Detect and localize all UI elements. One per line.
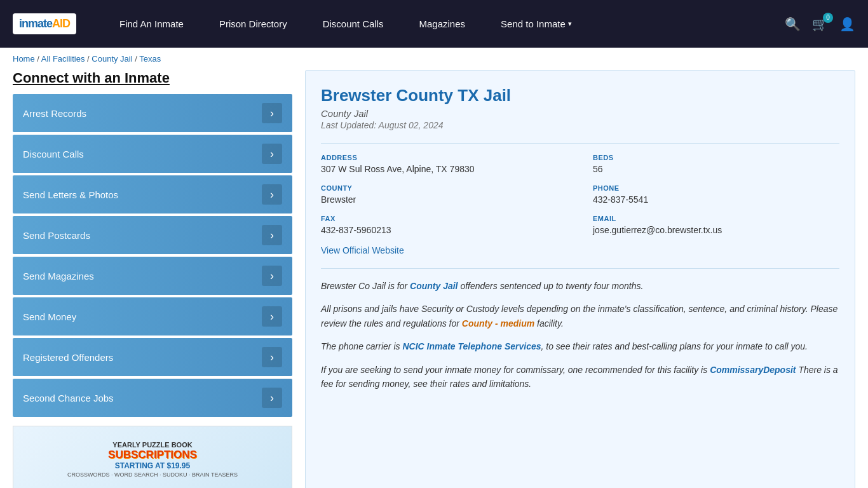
arrow-icon: › <box>262 266 282 286</box>
beds-value: 56 <box>593 164 839 174</box>
cart-icon[interactable]: 🛒 0 <box>812 17 828 32</box>
beds-block: BEDS 56 <box>593 154 839 174</box>
county-value: Brewster <box>321 194 567 205</box>
cart-badge: 0 <box>823 13 833 23</box>
description-section: Brewster Co Jail is for County Jail offe… <box>321 268 839 391</box>
fax-label: FAX <box>321 215 567 222</box>
arrow-icon: › <box>262 184 282 205</box>
caret-icon: ▾ <box>568 20 572 28</box>
arrow-icon: › <box>262 347 282 367</box>
email-value: jose.gutierrez@co.brewster.tx.us <box>593 225 839 235</box>
user-icon[interactable]: 👤 <box>839 17 855 32</box>
ad-content: YEARLY PUZZLE BOOK SUBSCRIPTIONS STARTIN… <box>62 436 243 483</box>
arrow-icon: › <box>262 388 282 408</box>
breadcrumb-county-jail[interactable]: County Jail <box>92 54 132 64</box>
phone-block: PHONE 432-837-5541 <box>593 184 839 205</box>
arrow-icon: › <box>262 225 282 245</box>
sidebar-title: Connect with an Inmate <box>13 70 292 86</box>
sidebar-item-label: Registered Offenders <box>23 352 113 363</box>
county-label: COUNTY <box>321 184 567 192</box>
nav-find-inmate[interactable]: Find An Inmate <box>102 0 201 48</box>
official-website-link[interactable]: View Official Website <box>321 245 404 255</box>
arrow-icon: › <box>262 144 282 164</box>
sidebar-item-label: Send Money <box>23 311 76 322</box>
desc-para-3: The phone carrier is NCIC Inmate Telepho… <box>321 339 839 353</box>
ad-line2: SUBSCRIPTIONS <box>67 449 238 461</box>
page-content: Connect with an Inmate Arrest Records › … <box>0 70 868 488</box>
nav-discount-calls[interactable]: Discount Calls <box>305 0 402 48</box>
ad-line4: CROSSWORDS · WORD SEARCH · SUDOKU · BRAI… <box>67 471 238 478</box>
sidebar-item-label: Send Magazines <box>23 271 94 281</box>
address-block: ADDRESS 307 W Sul Ross Ave, Alpine, TX 7… <box>321 154 567 174</box>
county-block: COUNTY Brewster <box>321 184 567 205</box>
commissary-deposit-link[interactable]: CommissaryDeposit <box>710 365 796 375</box>
sidebar-item-send-magazines[interactable]: Send Magazines › <box>13 257 292 295</box>
desc-para-1: Brewster Co Jail is for County Jail offe… <box>321 279 839 293</box>
sidebar-item-label: Second Chance Jobs <box>23 393 114 403</box>
nav-magazines[interactable]: Magazines <box>402 0 484 48</box>
address-value: 307 W Sul Ross Ave, Alpine, TX 79830 <box>321 164 567 174</box>
sidebar-item-send-postcards[interactable]: Send Postcards › <box>13 216 292 254</box>
sidebar-item-second-chance-jobs[interactable]: Second Chance Jobs › <box>13 379 292 417</box>
info-grid: ADDRESS 307 W Sul Ross Ave, Alpine, TX 7… <box>321 143 839 235</box>
sidebar-item-label: Send Letters & Photos <box>23 189 118 200</box>
nav-prison-directory[interactable]: Prison Directory <box>201 0 305 48</box>
sidebar-item-arrest-records[interactable]: Arrest Records › <box>13 94 292 132</box>
sidebar-item-label: Send Postcards <box>23 230 90 241</box>
phone-label: PHONE <box>593 184 839 192</box>
arrow-icon: › <box>262 103 282 123</box>
breadcrumb: Home / All Facilities / County Jail / Te… <box>0 48 868 70</box>
logo: inmateAID <box>13 13 76 34</box>
sidebar-item-send-money[interactable]: Send Money › <box>13 297 292 336</box>
sidebar-item-label: Discount Calls <box>23 149 84 159</box>
sidebar-item-discount-calls[interactable]: Discount Calls › <box>13 135 292 173</box>
fax-value: 432-837-5960213 <box>321 225 567 235</box>
breadcrumb-state[interactable]: Texas <box>139 54 161 64</box>
county-jail-link[interactable]: County Jail <box>410 281 458 291</box>
ad-line1: YEARLY PUZZLE BOOK <box>67 441 238 449</box>
arrow-icon: › <box>262 306 282 327</box>
search-icon[interactable]: 🔍 <box>785 17 801 32</box>
logo-container[interactable]: inmateAID <box>13 13 76 34</box>
email-block: EMAIL jose.gutierrez@co.brewster.tx.us <box>593 215 839 235</box>
facility-updated: Last Updated: August 02, 2024 <box>321 120 839 130</box>
address-label: ADDRESS <box>321 154 567 161</box>
desc-para-2: All prisons and jails have Security or C… <box>321 302 839 330</box>
fax-block: FAX 432-837-5960213 <box>321 215 567 235</box>
navbar: inmateAID Find An Inmate Prison Director… <box>0 0 868 48</box>
county-medium-link[interactable]: County - medium <box>462 318 534 329</box>
email-label: EMAIL <box>593 215 839 222</box>
nav-send-to-inmate[interactable]: Send to Inmate ▾ <box>483 0 590 48</box>
main-content: Brewster County TX Jail County Jail Last… <box>305 70 855 488</box>
breadcrumb-home[interactable]: Home <box>13 54 35 64</box>
desc-para-4: If you are seeking to send your inmate m… <box>321 363 839 391</box>
sidebar-menu: Arrest Records › Discount Calls › Send L… <box>13 94 292 417</box>
nav-links: Find An Inmate Prison Directory Discount… <box>102 0 785 48</box>
breadcrumb-all-facilities[interactable]: All Facilities <box>41 54 85 64</box>
sidebar-item-label: Arrest Records <box>23 108 86 119</box>
phone-value: 432-837-5541 <box>593 194 839 205</box>
facility-type: County Jail <box>321 108 839 119</box>
beds-label: BEDS <box>593 154 839 161</box>
ad-line3: STARTING AT $19.95 <box>67 461 238 470</box>
facility-name: Brewster County TX Jail <box>321 86 839 105</box>
nav-icons: 🔍 🛒 0 👤 <box>785 17 855 32</box>
sidebar-item-send-letters[interactable]: Send Letters & Photos › <box>13 175 292 214</box>
sidebar: Connect with an Inmate Arrest Records › … <box>13 70 292 488</box>
sidebar-item-registered-offenders[interactable]: Registered Offenders › <box>13 338 292 376</box>
ncic-link[interactable]: NCIC Inmate Telephone Services <box>402 341 541 351</box>
puzzle-ad[interactable]: YEARLY PUZZLE BOOK SUBSCRIPTIONS STARTIN… <box>13 426 292 488</box>
